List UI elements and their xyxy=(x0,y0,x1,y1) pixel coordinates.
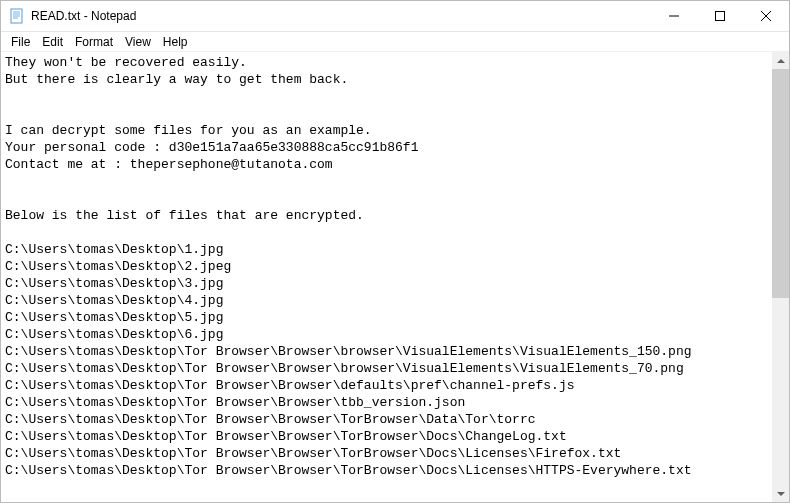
notepad-icon xyxy=(9,8,25,24)
svg-marker-10 xyxy=(777,492,785,496)
content-area: They won't be recovered easily. But ther… xyxy=(1,52,789,502)
scroll-up-arrow[interactable] xyxy=(772,52,789,69)
scroll-track[interactable] xyxy=(772,69,789,485)
menu-edit[interactable]: Edit xyxy=(36,34,69,50)
window-controls xyxy=(651,1,789,31)
menu-format[interactable]: Format xyxy=(69,34,119,50)
menu-view[interactable]: View xyxy=(119,34,157,50)
titlebar[interactable]: READ.txt - Notepad xyxy=(1,1,789,32)
minimize-button[interactable] xyxy=(651,1,697,31)
scroll-thumb[interactable] xyxy=(772,69,789,298)
menu-help[interactable]: Help xyxy=(157,34,194,50)
text-editor[interactable]: They won't be recovered easily. But ther… xyxy=(1,52,789,502)
vertical-scrollbar[interactable] xyxy=(772,52,789,502)
window-title: READ.txt - Notepad xyxy=(31,9,651,23)
close-button[interactable] xyxy=(743,1,789,31)
maximize-button[interactable] xyxy=(697,1,743,31)
svg-rect-6 xyxy=(716,12,725,21)
svg-marker-9 xyxy=(777,59,785,63)
menubar: File Edit Format View Help xyxy=(1,32,789,52)
scroll-down-arrow[interactable] xyxy=(772,485,789,502)
menu-file[interactable]: File xyxy=(5,34,36,50)
